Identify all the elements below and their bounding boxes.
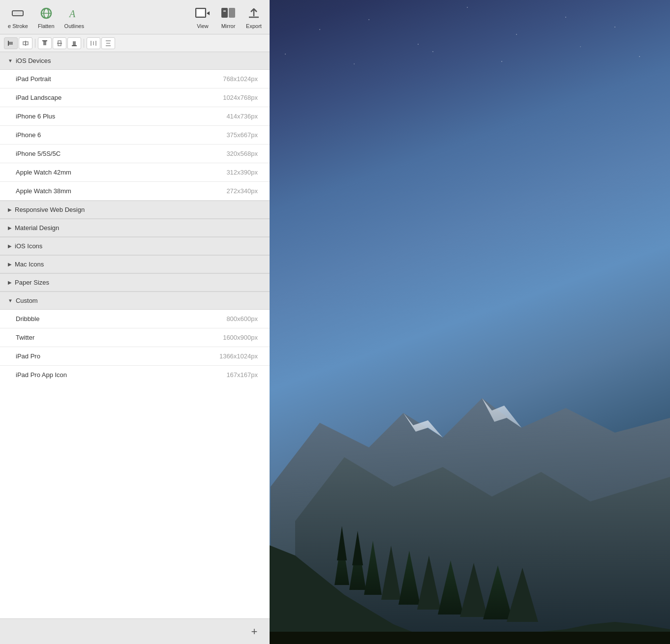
ios-devices-triangle: ▼ — [8, 58, 13, 63]
align-middle-v-button[interactable] — [53, 37, 66, 49]
distribute-v-button[interactable] — [101, 37, 115, 49]
flatten-icon — [38, 5, 54, 21]
section-header-ios-devices[interactable]: ▼ iOS Devices — [0, 52, 270, 70]
device-row-watch42[interactable]: Apple Watch 42mm 312x390px — [0, 163, 270, 182]
section-header-custom[interactable]: ▼ Custom — [0, 292, 270, 310]
mac-icons-label: Mac Icons — [15, 261, 44, 268]
paper-sizes-triangle: ▶ — [8, 280, 12, 285]
device-row-ipad-portrait[interactable]: iPad Portrait 768x1024px — [0, 70, 270, 88]
svg-rect-30 — [223, 10, 226, 12]
device-size-ipad-pro-icon: 167x167px — [226, 371, 258, 379]
mirror-icon — [220, 5, 236, 21]
toolbar-stroke[interactable]: e Stroke — [8, 5, 28, 29]
section-header-paper-sizes[interactable]: ▶ Paper Sizes — [0, 273, 270, 292]
device-row-watch38[interactable]: Apple Watch 38mm 272x340px — [0, 182, 270, 201]
panel-content: ▼ iOS Devices iPad Portrait 768x1024px i… — [0, 52, 270, 618]
device-name-ipad-portrait: iPad Portrait — [16, 75, 51, 83]
svg-rect-20 — [13, 12, 22, 15]
section-header-material[interactable]: ▶ Material Design — [0, 219, 270, 237]
toolbar: e Stroke Flatten A Outlines — [0, 0, 270, 34]
device-size-iphone5: 320x568px — [226, 150, 258, 157]
device-name-iphone6: iPhone 6 — [16, 131, 41, 139]
device-size-iphone6: 375x667px — [226, 131, 258, 139]
custom-label: Custom — [16, 297, 38, 304]
svg-rect-26 — [197, 9, 205, 16]
device-size-iphone6plus: 414x736px — [226, 113, 258, 120]
svg-rect-34 — [9, 42, 13, 45]
app-window: e Stroke Flatten A Outlines — [0, 0, 270, 644]
device-row-iphone5[interactable]: iPhone 5/5S/5C 320x568px — [0, 145, 270, 163]
responsive-triangle: ▶ — [8, 207, 12, 212]
ios-devices-list: iPad Portrait 768x1024px iPad Landscape … — [0, 70, 270, 201]
responsive-label: Responsive Web Design — [15, 206, 85, 213]
svg-rect-29 — [229, 8, 235, 18]
svg-rect-42 — [73, 41, 76, 45]
distribute-h-button[interactable] — [87, 37, 100, 49]
device-name-watch38: Apple Watch 38mm — [16, 187, 71, 195]
device-row-dribbble[interactable]: Dribbble 800x600px — [0, 310, 270, 328]
align-bottom-button[interactable] — [67, 37, 81, 49]
toolbar-flatten[interactable]: Flatten — [38, 5, 55, 29]
mirror-label: Mirror — [221, 23, 236, 29]
add-button-label: + — [251, 625, 258, 638]
custom-triangle: ▼ — [8, 298, 13, 303]
export-icon — [246, 5, 262, 21]
bottom-bar: + — [0, 618, 270, 644]
material-triangle: ▶ — [8, 225, 12, 231]
device-row-iphone6[interactable]: iPhone 6 375x667px — [0, 126, 270, 145]
toolbar-view[interactable]: View — [195, 5, 211, 29]
toolbar-mirror[interactable]: Mirror — [220, 5, 236, 29]
toolbar-outlines[interactable]: A Outlines — [64, 5, 84, 29]
add-preset-button[interactable]: + — [247, 624, 262, 639]
material-label: Material Design — [15, 224, 59, 232]
device-size-twitter: 1600x900px — [223, 334, 258, 341]
svg-rect-38 — [43, 41, 46, 45]
device-row-twitter[interactable]: Twitter 1600x900px — [0, 328, 270, 347]
svg-rect-28 — [221, 8, 228, 18]
device-name-iphone6plus: iPhone 6 Plus — [16, 113, 55, 120]
device-size-watch42: 312x390px — [226, 169, 258, 176]
device-name-dribbble: Dribbble — [16, 315, 39, 322]
svg-marker-27 — [207, 11, 210, 15]
device-name-iphone5: iPhone 5/5S/5C — [16, 150, 61, 157]
align-top-button[interactable] — [38, 37, 52, 49]
device-size-dribbble: 800x600px — [226, 315, 258, 322]
device-name-ipad-pro: iPad Pro — [16, 352, 40, 360]
section-header-responsive[interactable]: ▶ Responsive Web Design — [0, 201, 270, 219]
device-name-ipad-landscape: iPad Landscape — [16, 94, 61, 101]
device-size-watch38: 272x340px — [226, 187, 258, 195]
bottom-spacer — [0, 384, 270, 413]
custom-list: Dribbble 800x600px Twitter 1600x900px iP… — [0, 310, 270, 384]
device-row-iphone6plus[interactable]: iPhone 6 Plus 414x736px — [0, 107, 270, 126]
device-row-ipad-pro-icon[interactable]: iPad Pro App Icon 167x167px — [0, 366, 270, 384]
view-icon — [195, 5, 211, 21]
align-left-edge-button[interactable] — [4, 37, 18, 49]
ios-icons-triangle: ▶ — [8, 243, 12, 249]
outlines-icon: A — [66, 5, 82, 21]
ios-icons-label: iOS Icons — [15, 242, 42, 250]
paper-sizes-label: Paper Sizes — [15, 279, 49, 286]
align-separator-2 — [84, 39, 84, 48]
alignment-toolbar — [0, 34, 270, 52]
flatten-label: Flatten — [38, 23, 55, 29]
device-size-ipad-landscape: 1024x768px — [223, 94, 258, 101]
stroke-icon — [10, 5, 26, 21]
toolbar-export[interactable]: Export — [246, 5, 262, 29]
ios-devices-label: iOS Devices — [16, 57, 51, 64]
mac-icons-triangle: ▶ — [8, 262, 12, 267]
device-name-ipad-pro-icon: iPad Pro App Icon — [16, 371, 67, 379]
svg-text:A: A — [68, 8, 76, 19]
view-label: View — [197, 23, 209, 29]
device-row-ipad-landscape[interactable]: iPad Landscape 1024x768px — [0, 88, 270, 107]
device-name-twitter: Twitter — [16, 334, 34, 341]
device-name-watch42: Apple Watch 42mm — [16, 169, 71, 176]
export-label: Export — [246, 23, 262, 29]
align-separator-1 — [35, 39, 35, 48]
device-size-ipad-portrait: 768x1024px — [223, 75, 258, 83]
section-header-ios-icons[interactable]: ▶ iOS Icons — [0, 237, 270, 255]
outlines-label: Outlines — [64, 23, 84, 29]
section-header-mac-icons[interactable]: ▶ Mac Icons — [0, 255, 270, 273]
stroke-label: e Stroke — [8, 23, 28, 29]
device-row-ipad-pro[interactable]: iPad Pro 1366x1024px — [0, 347, 270, 366]
align-center-h-button[interactable] — [19, 37, 32, 49]
